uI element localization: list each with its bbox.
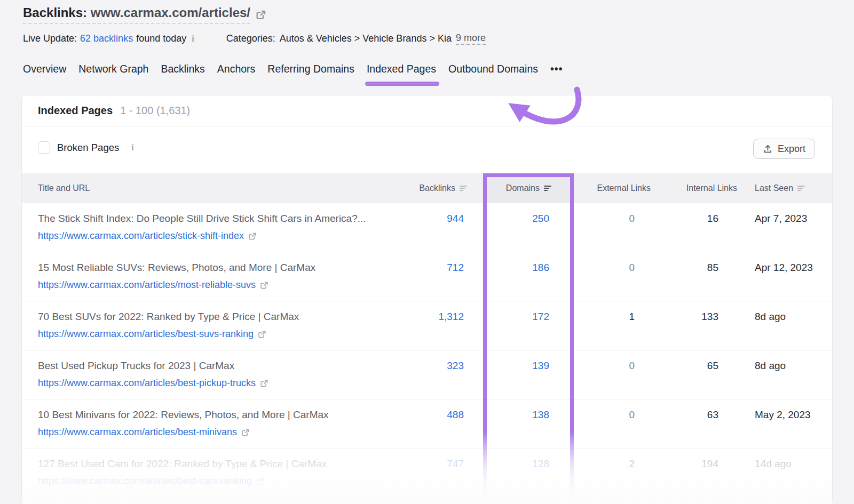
backlinks-count-link[interactable]: 944 [447,213,484,224]
page-title-label: Backlinks: [23,5,87,20]
sort-icon [459,185,468,192]
broken-pages-label: Broken Pages [57,142,119,154]
external-links-count: 0 [629,213,657,224]
page-title: Backlinks: www.carmax.com/articles/ [23,5,250,24]
categories-more-link[interactable]: 9 more [456,33,486,45]
internal-links-count: 63 [707,409,745,420]
domains-count-link[interactable]: 186 [532,262,574,273]
page-row-url-link[interactable]: https://www.carmax.com/articles/stick-sh… [38,230,244,242]
external-link-icon[interactable] [248,232,257,241]
live-update-label: Live Update: [23,33,77,44]
last-seen-value: 8d ago [755,311,786,322]
sort-active-icon [543,185,552,192]
internal-links-count: 16 [707,213,745,224]
live-update-suffix: found today [136,33,186,44]
page-row-title: 10 Best Minivans for 2022: Reviews, Phot… [38,409,388,421]
backlinks-count-link[interactable]: 323 [447,360,484,371]
indexed-pages-panel: Indexed Pages 1 - 100 (1,631) Broken Pag… [21,95,833,504]
panel-title: Indexed Pages [38,105,113,117]
internal-links-count: 133 [701,311,745,322]
page-row-url-link[interactable]: https://www.carmax.com/articles/most-rel… [38,279,256,291]
info-icon[interactable]: i [192,34,194,44]
last-seen-value: Apr 7, 2023 [755,213,807,224]
backlinks-count-link[interactable]: 1,312 [438,311,484,322]
domains-count-link[interactable]: 128 [532,458,574,469]
panel-controls: Broken Pages i Export [22,126,832,173]
col-header-internal-links: Internal Links [657,173,745,203]
last-seen-value: 14d ago [755,458,792,469]
table-row: 70 Best SUVs for 2022: Ranked by Type & … [22,301,832,350]
external-links-count: 0 [629,262,657,273]
categories-path: Autos & Vehicles > Vehicle Brands > Kia [280,33,452,44]
page-row-url-link[interactable]: https://www.carmax.com/articles/best-suv… [38,329,254,340]
external-links-count: 0 [629,360,657,371]
export-button[interactable]: Export [753,139,815,159]
page-row-title: Best Used Pickup Trucks for 2023 | CarMa… [38,360,388,372]
page-header: Backlinks: www.carmax.com/articles/ Live… [23,5,486,45]
backlinks-count-link[interactable]: 712 [447,262,484,273]
table-row: 15 Most Reliable SUVs: Reviews, Photos, … [22,252,832,301]
col-header-last-seen[interactable]: Last Seen [745,173,833,203]
col-header-domains[interactable]: Domains [484,173,574,203]
page-title-target-url: www.carmax.com/articles/ [91,5,250,20]
sort-icon [797,185,805,192]
page-row-title: 15 Most Reliable SUVs: Reviews, Photos, … [38,262,388,274]
col-header-title-and-url: Title and URL [22,173,398,203]
last-seen-value: 8d ago [755,360,786,371]
page-row-title: 70 Best SUVs for 2022: Ranked by Type & … [38,311,388,323]
external-links-count: 2 [629,458,657,469]
domains-count-link[interactable]: 139 [532,360,574,371]
domains-count-link[interactable]: 250 [532,213,574,224]
table-row: The Stick Shift Index: Do People Still D… [22,203,832,252]
table-header: Title and URL Backlinks Domains External… [22,173,832,203]
external-link-icon[interactable] [260,281,268,290]
export-label: Export [778,143,805,155]
backlinks-count-link[interactable]: 747 [447,458,484,469]
last-seen-value: Apr 12, 2023 [755,262,813,273]
domains-count-link[interactable]: 138 [532,409,574,420]
export-icon [763,144,773,154]
external-link-icon[interactable] [258,330,266,339]
live-update-backlinks-link[interactable]: 62 backlinks [80,33,133,44]
table-body: The Stick Shift Index: Do People Still D… [22,203,832,498]
page-row-url-link[interactable]: https://www.carmax.com/articles/best-pic… [38,378,256,389]
table-row: 10 Best Minivans for 2022: Reviews, Phot… [22,399,832,449]
backlinks-count-link[interactable]: 488 [447,409,484,420]
col-header-backlinks[interactable]: Backlinks [398,173,484,203]
broken-pages-checkbox[interactable] [38,141,50,154]
internal-links-count: 194 [701,458,745,469]
page-row-url-link[interactable]: https://www.carmax.com/articles/best-car… [38,476,252,487]
external-link-icon[interactable] [260,379,268,388]
external-link-icon[interactable] [241,428,250,437]
table-row: 127 Best Used Cars for 2022: Ranked by T… [22,449,832,498]
page-row-url-link[interactable]: https://www.carmax.com/articles/best-min… [38,427,237,438]
external-links-count: 1 [629,311,657,322]
col-header-external-links: External Links [574,173,657,203]
external-links-count: 0 [629,409,657,420]
table-row: Best Used Pickup Trucks for 2023 | CarMa… [22,350,832,399]
panel-range: 1 - 100 (1,631) [120,105,190,117]
internal-links-count: 85 [707,262,745,273]
broken-pages-info-icon[interactable]: i [131,143,133,153]
last-seen-value: May 2, 2023 [755,409,811,420]
domains-count-link[interactable]: 172 [532,311,574,322]
external-link-icon[interactable] [256,477,265,486]
external-link-icon[interactable] [256,10,266,20]
internal-links-count: 65 [707,360,745,371]
panel-header: Indexed Pages 1 - 100 (1,631) [22,95,832,126]
tabs-divider [0,84,854,84]
page-row-title: The Stick Shift Index: Do People Still D… [38,213,388,225]
page-row-title: 127 Best Used Cars for 2022: Ranked by T… [38,458,388,470]
categories-label: Categories: [226,33,275,44]
